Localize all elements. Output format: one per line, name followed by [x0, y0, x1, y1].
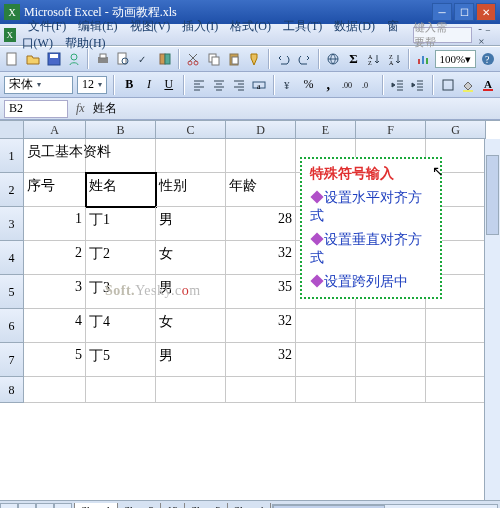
- save-icon[interactable]: [44, 48, 63, 70]
- format-painter-icon[interactable]: [246, 48, 265, 70]
- cell-E7[interactable]: [296, 343, 356, 377]
- cell-C8[interactable]: [156, 377, 226, 403]
- close-button[interactable]: ✕: [476, 3, 496, 21]
- sort-desc-icon[interactable]: ZA: [385, 48, 404, 70]
- align-left-icon[interactable]: [191, 74, 207, 96]
- column-header[interactable]: G: [426, 121, 486, 139]
- cell-A4[interactable]: 2: [24, 241, 86, 275]
- name-box[interactable]: B2: [4, 100, 68, 118]
- row-header[interactable]: 6: [0, 309, 24, 343]
- formula-value[interactable]: 姓名: [89, 100, 500, 117]
- cell-D5[interactable]: 35: [226, 275, 296, 309]
- new-icon[interactable]: [3, 48, 22, 70]
- menu-item[interactable]: 插入(I): [176, 17, 224, 35]
- minimize-button[interactable]: ─: [432, 3, 452, 21]
- column-header[interactable]: F: [356, 121, 426, 139]
- menu-item[interactable]: 编辑(E): [72, 17, 123, 35]
- cut-icon[interactable]: [184, 48, 203, 70]
- decrease-decimal-icon[interactable]: .0: [360, 74, 376, 96]
- paste-icon[interactable]: [225, 48, 244, 70]
- cell-C4[interactable]: 女: [156, 241, 226, 275]
- cell-A3[interactable]: 1: [24, 207, 86, 241]
- cell-D4[interactable]: 32: [226, 241, 296, 275]
- undo-icon[interactable]: [274, 48, 293, 70]
- vertical-scrollbar[interactable]: [484, 139, 500, 500]
- merge-center-icon[interactable]: a: [251, 74, 267, 96]
- column-header[interactable]: B: [86, 121, 156, 139]
- cell-A2[interactable]: 序号: [24, 173, 86, 207]
- menu-item[interactable]: 工具(T): [277, 17, 328, 35]
- sheet-tab[interactable]: Sheet3: [184, 503, 228, 508]
- tab-first-icon[interactable]: ⏮: [0, 503, 18, 509]
- decrease-indent-icon[interactable]: [390, 74, 406, 96]
- sheet-tab[interactable]: Sheet4: [227, 503, 271, 508]
- cell-F7[interactable]: [356, 343, 426, 377]
- cell-A7[interactable]: 5: [24, 343, 86, 377]
- borders-icon[interactable]: [440, 74, 456, 96]
- menu-item[interactable]: 视图(V): [124, 17, 177, 35]
- research-icon[interactable]: [155, 48, 174, 70]
- spreadsheet-grid[interactable]: ABCDEFG 1员工基本资料2序号姓名性别年龄31丁1男2842丁2女3253…: [0, 120, 500, 500]
- comma-icon[interactable]: ,: [320, 74, 336, 96]
- cell-C1[interactable]: [156, 139, 226, 173]
- cell-B8[interactable]: [86, 377, 156, 403]
- row-header[interactable]: 7: [0, 343, 24, 377]
- copy-icon[interactable]: [204, 48, 223, 70]
- row-header[interactable]: 8: [0, 377, 24, 403]
- bold-button[interactable]: B: [121, 74, 137, 96]
- horizontal-scrollbar[interactable]: [272, 504, 498, 509]
- cell-G8[interactable]: [426, 377, 486, 403]
- row-header[interactable]: 3: [0, 207, 24, 241]
- cell-A8[interactable]: [24, 377, 86, 403]
- font-color-icon[interactable]: A: [480, 74, 496, 96]
- sheet-tab[interactable]: Sheet1: [74, 503, 118, 508]
- increase-decimal-icon[interactable]: .00: [340, 74, 356, 96]
- preview-icon[interactable]: [114, 48, 133, 70]
- cell-E6[interactable]: [296, 309, 356, 343]
- font-size-combo[interactable]: 12▾: [77, 76, 108, 94]
- cell-D2[interactable]: 年龄: [226, 173, 296, 207]
- cell-D3[interactable]: 28: [226, 207, 296, 241]
- increase-indent-icon[interactable]: [410, 74, 426, 96]
- column-header[interactable]: C: [156, 121, 226, 139]
- cell-D1[interactable]: [226, 139, 296, 173]
- align-right-icon[interactable]: [231, 74, 247, 96]
- column-header[interactable]: A: [24, 121, 86, 139]
- cell-B3[interactable]: 丁1: [86, 207, 156, 241]
- cell-F8[interactable]: [356, 377, 426, 403]
- fill-color-icon[interactable]: [460, 74, 476, 96]
- help-search[interactable]: 键入需要帮: [413, 27, 473, 43]
- sheet-tab[interactable]: 13: [160, 503, 185, 508]
- row-header[interactable]: 1: [0, 139, 24, 173]
- row-header[interactable]: 2: [0, 173, 24, 207]
- select-all-corner[interactable]: [0, 121, 24, 139]
- cell-A1[interactable]: 员工基本资料: [24, 139, 86, 173]
- help-icon[interactable]: ?: [478, 48, 497, 70]
- cell-E8[interactable]: [296, 377, 356, 403]
- cell-G7[interactable]: [426, 343, 486, 377]
- cell-C5[interactable]: 男: [156, 275, 226, 309]
- align-center-icon[interactable]: [211, 74, 227, 96]
- cell-C3[interactable]: 男: [156, 207, 226, 241]
- font-name-combo[interactable]: 宋体▾: [4, 76, 73, 94]
- fx-icon[interactable]: fx: [76, 101, 85, 116]
- row-header[interactable]: 5: [0, 275, 24, 309]
- cell-B4[interactable]: 丁2: [86, 241, 156, 275]
- italic-button[interactable]: I: [141, 74, 157, 96]
- sort-asc-icon[interactable]: AZ: [365, 48, 384, 70]
- zoom-combo[interactable]: 100%▾: [435, 50, 477, 68]
- cell-D6[interactable]: 32: [226, 309, 296, 343]
- column-header[interactable]: E: [296, 121, 356, 139]
- cell-D8[interactable]: [226, 377, 296, 403]
- cell-F6[interactable]: [356, 309, 426, 343]
- menu-item[interactable]: 格式(O): [224, 17, 277, 35]
- tab-next-icon[interactable]: ▶: [36, 503, 54, 509]
- percent-icon[interactable]: %: [301, 74, 317, 96]
- autosum-icon[interactable]: Σ: [344, 48, 363, 70]
- underline-button[interactable]: U: [161, 74, 177, 96]
- sheet-tab[interactable]: Sheet2: [117, 503, 161, 508]
- cell-C7[interactable]: 男: [156, 343, 226, 377]
- print-icon[interactable]: [93, 48, 112, 70]
- cell-G6[interactable]: [426, 309, 486, 343]
- cell-B1[interactable]: [86, 139, 156, 173]
